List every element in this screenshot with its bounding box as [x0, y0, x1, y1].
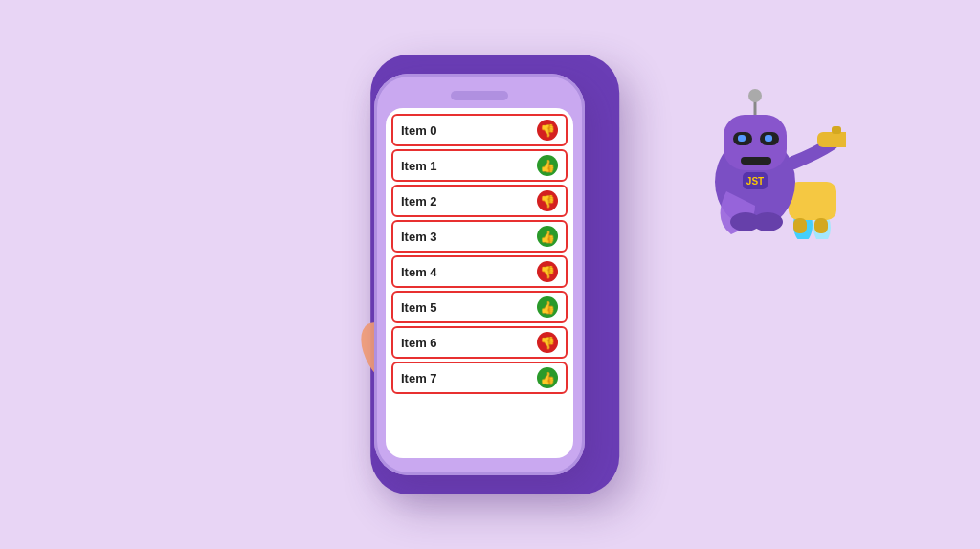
phone-screen: Item 0👎Item 1👍Item 2👎Item 3👍Item 4👎Item …: [386, 108, 573, 458]
list-item-label: Item 1: [401, 159, 437, 173]
list-item[interactable]: Item 6👎: [391, 326, 568, 359]
list-item-label: Item 6: [401, 336, 437, 350]
list-item[interactable]: Item 3👍: [391, 220, 568, 253]
scene: Item 0👎Item 1👍Item 2👎Item 3👍Item 4👎Item …: [0, 0, 980, 549]
list-item[interactable]: Item 2👎: [391, 185, 568, 217]
svg-rect-20: [765, 135, 772, 142]
list-item[interactable]: Item 7👍: [391, 362, 568, 394]
svg-point-22: [748, 89, 762, 102]
list-item-label: Item 4: [401, 265, 437, 279]
robot-wrapper: JST: [683, 57, 846, 243]
svg-rect-12: [789, 182, 836, 220]
thumb-down-icon[interactable]: 👎: [537, 332, 558, 353]
phone-wrapper: Item 0👎Item 1👍Item 2👎Item 3👍Item 4👎Item …: [374, 74, 585, 475]
list-item[interactable]: Item 0👎: [391, 114, 568, 146]
thumb-down-icon[interactable]: 👎: [537, 190, 558, 211]
thumb-up-icon[interactable]: 👍: [537, 296, 558, 318]
thumb-down-icon[interactable]: 👎: [537, 261, 558, 282]
list-item-label: Item 5: [401, 300, 437, 315]
thumb-up-icon[interactable]: 👍: [537, 367, 558, 388]
svg-text:JST: JST: [746, 176, 764, 187]
svg-rect-24: [817, 132, 846, 147]
list-item[interactable]: Item 5👍: [391, 291, 568, 323]
robot-svg: JST: [683, 57, 846, 239]
svg-rect-25: [832, 126, 841, 134]
list-item-label: Item 7: [401, 371, 437, 385]
svg-rect-13: [793, 218, 807, 233]
svg-point-29: [752, 212, 783, 231]
list-item-label: Item 2: [401, 194, 437, 209]
svg-rect-14: [814, 218, 828, 233]
list-item[interactable]: Item 4👎: [391, 255, 568, 288]
phone-notch: [451, 91, 508, 100]
list-item-label: Item 3: [401, 230, 437, 244]
thumb-down-icon[interactable]: 👎: [537, 120, 558, 141]
list-item[interactable]: Item 1👍: [391, 149, 568, 182]
thumb-up-icon[interactable]: 👍: [537, 226, 558, 247]
list-item-label: Item 0: [401, 123, 437, 138]
thumb-up-icon[interactable]: 👍: [537, 155, 558, 176]
svg-rect-19: [738, 135, 746, 142]
phone: Item 0👎Item 1👍Item 2👎Item 3👍Item 4👎Item …: [374, 74, 585, 475]
svg-rect-23: [741, 157, 771, 165]
